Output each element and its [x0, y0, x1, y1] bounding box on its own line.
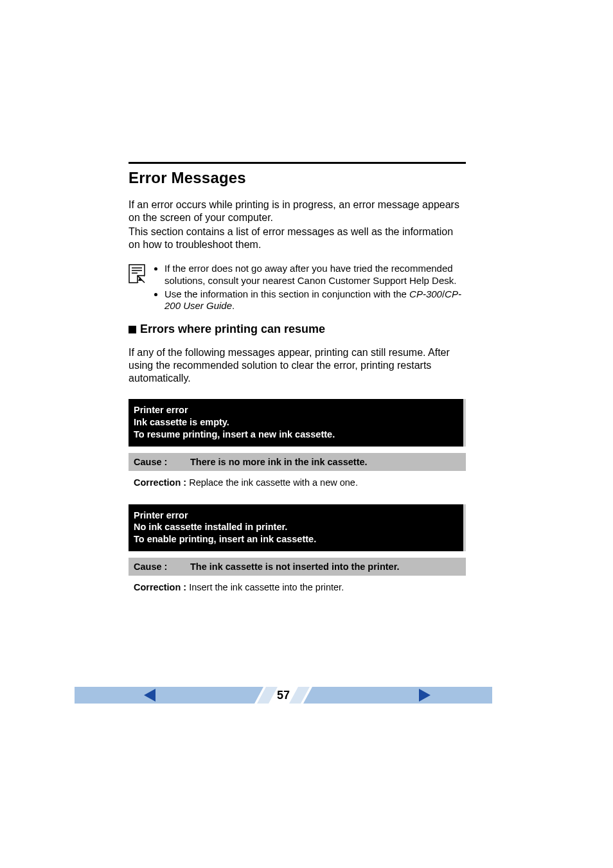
note-bullet-list: If the error does not go away after you …	[154, 263, 466, 314]
error-header: Printer error No ink cassette installed …	[129, 504, 466, 552]
footer-nav: 57	[75, 681, 492, 709]
error-header-line: Printer error	[134, 404, 458, 416]
next-page-button[interactable]	[419, 689, 431, 702]
intro-block: If an error occurs while printing is in …	[129, 199, 466, 251]
cause-text: There is no more ink in the ink cassette…	[190, 457, 461, 467]
cause-text: The ink cassette is not inserted into th…	[190, 562, 461, 572]
prev-page-button[interactable]	[144, 689, 155, 702]
svg-marker-12	[419, 689, 431, 702]
section-header: Errors where printing can resume	[129, 323, 466, 336]
correction-text: Replace the ink cassette with a new one.	[189, 477, 461, 488]
resume-paragraph: If any of the following messages appear,…	[129, 346, 466, 385]
error-block: Printer error No ink cassette installed …	[129, 504, 466, 593]
note-document-icon	[129, 264, 145, 283]
content-area: Error Messages If an error occurs while …	[129, 162, 466, 609]
square-bullet-icon	[129, 326, 136, 333]
error-block: Printer error Ink cassette is empty. To …	[129, 399, 466, 488]
error-header-line: Printer error	[134, 509, 458, 522]
cause-row: Cause : There is no more ink in the ink …	[129, 453, 466, 471]
correction-text: Insert the ink cassette into the printer…	[189, 582, 461, 592]
error-header-line: To enable printing, insert an ink casset…	[134, 533, 458, 545]
correction-label: Correction :	[134, 582, 186, 592]
error-header-line: Ink cassette is empty.	[134, 416, 458, 429]
page-number: 57	[277, 689, 290, 702]
section-heading: Errors where printing can resume	[140, 323, 325, 336]
note-row: If the error does not go away after you …	[129, 263, 466, 314]
footer-center: 57	[251, 681, 316, 709]
note-b2-post: .	[232, 300, 235, 311]
error-header-line: No ink cassette installed in printer.	[134, 521, 458, 533]
svg-marker-11	[144, 689, 155, 702]
intro-paragraph-2: This section contains a list of error me…	[129, 226, 466, 251]
footer-bar-right	[316, 687, 492, 704]
error-header-line: To resume printing, insert a new ink cas…	[134, 429, 458, 441]
page: Error Messages If an error occurs while …	[0, 0, 613, 868]
note-bullet-2: Use the information in this section in c…	[164, 288, 466, 313]
title-rule	[129, 162, 466, 164]
cause-label: Cause :	[134, 457, 190, 467]
intro-paragraph-1: If an error occurs while printing is in …	[129, 199, 466, 224]
note-bullet-1: If the error does not go away after you …	[164, 263, 466, 287]
correction-label: Correction :	[134, 477, 186, 488]
correction-row: Correction : Insert the ink cassette int…	[129, 576, 466, 592]
page-title: Error Messages	[129, 169, 466, 187]
error-header: Printer error Ink cassette is empty. To …	[129, 399, 466, 447]
footer-bar-left	[75, 687, 251, 704]
correction-row: Correction : Replace the ink cassette wi…	[129, 471, 466, 488]
note-b2-it1: CP-300	[409, 288, 442, 299]
note-b2-pre: Use the information in this section in c…	[164, 288, 409, 299]
cause-label: Cause :	[134, 562, 190, 572]
cause-row: Cause : The ink cassette is not inserted…	[129, 558, 466, 576]
